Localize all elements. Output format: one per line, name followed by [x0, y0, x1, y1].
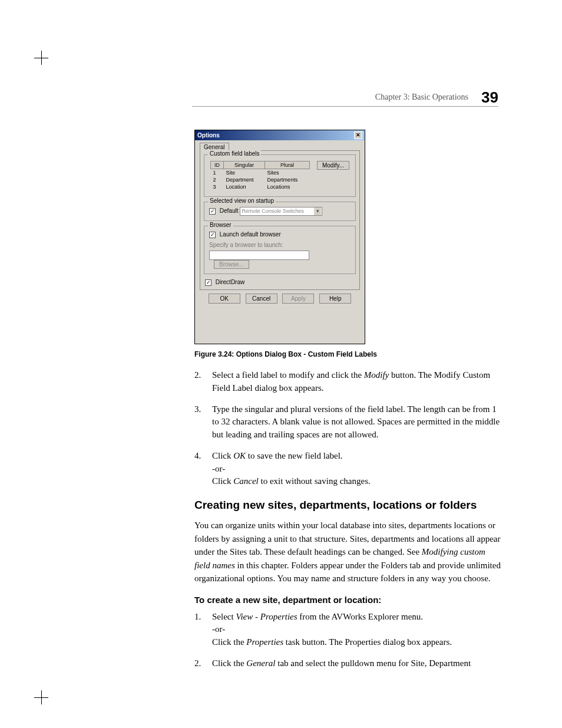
- body-paragraph: You can organize units within your local…: [194, 519, 501, 585]
- step-item: 2. Click the General tab and select the …: [194, 657, 501, 670]
- col-id: ID: [211, 162, 224, 169]
- default-checkbox: ✓: [209, 208, 216, 215]
- apply-button: Apply: [282, 294, 314, 304]
- table-row: 3 Location Locations: [211, 183, 310, 190]
- chapter-title: Chapter 3: Basic Operations: [375, 93, 468, 101]
- close-icon: ✕: [354, 131, 362, 139]
- col-plural: Plural: [265, 162, 310, 169]
- step-number: 2.: [194, 657, 212, 670]
- specify-browser-label: Specify a browser to launch:: [209, 242, 351, 248]
- step-number: 1.: [194, 611, 212, 649]
- startup-view-dropdown: Remote Console Switches: [240, 207, 322, 216]
- modify-button: Modify...: [317, 161, 349, 170]
- group-browser: Browser: [208, 222, 233, 228]
- default-checkbox-label: Default: [220, 207, 239, 214]
- section-heading: Creating new sites, departments, locatio…: [194, 499, 501, 512]
- crop-mark-bottom-left: [34, 690, 48, 704]
- launch-default-checkbox: ✓: [209, 232, 216, 238]
- browser-path-input: [209, 251, 309, 260]
- step-number: 2.: [194, 369, 212, 395]
- help-button: Help: [319, 294, 351, 304]
- step-number: 4.: [194, 450, 212, 488]
- field-labels-table: ID Singular Plural 1 Site Sites: [210, 161, 310, 190]
- step-item: 3. Type the singular and plural versions…: [194, 403, 501, 442]
- col-singular: Singular: [224, 162, 265, 169]
- cancel-button: Cancel: [246, 294, 277, 304]
- table-row: 2 Department Departments: [211, 176, 310, 183]
- browse-button: Browse...: [214, 260, 249, 269]
- dialog-title: Options: [197, 132, 220, 139]
- options-dialog-screenshot: Options ✕ General Custom field labels ID: [194, 130, 365, 344]
- tab-general: General: [200, 143, 229, 151]
- group-custom-field-labels: Custom field labels: [208, 150, 261, 157]
- directdraw-label: DirectDraw: [216, 279, 244, 285]
- step-number: 3.: [194, 403, 212, 442]
- figure-caption: Figure 3.24: Options Dialog Box - Custom…: [194, 350, 501, 358]
- crop-mark-top-left: [34, 51, 48, 65]
- page-number: 39: [481, 88, 498, 106]
- table-row: 1 Site Sites: [211, 169, 310, 177]
- launch-default-label: Launch default browser: [220, 231, 281, 238]
- ok-button: OK: [209, 294, 240, 304]
- step-item: 1. Select View - Properties from the AVW…: [194, 611, 501, 649]
- header-rule: [192, 106, 498, 107]
- step-item: 4. Click OK to save the new field label.…: [194, 450, 501, 488]
- group-startup-view: Selected view on startup: [208, 197, 276, 204]
- directdraw-checkbox: ✓: [205, 279, 211, 286]
- subsection-heading: To create a new site, department or loca…: [194, 595, 501, 605]
- step-item: 2. Select a field label to modify and cl…: [194, 369, 501, 395]
